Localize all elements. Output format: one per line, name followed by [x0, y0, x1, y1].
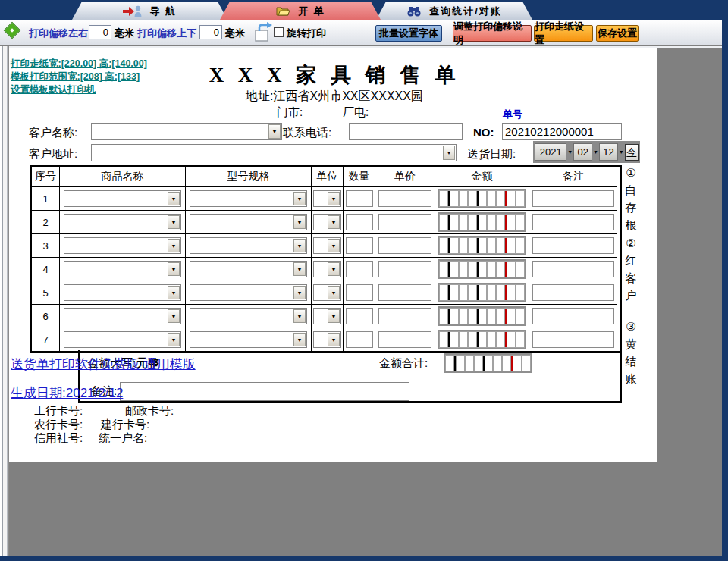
- customer-address-combo[interactable]: ▼: [91, 144, 457, 161]
- unit-combo[interactable]: ▼: [313, 284, 341, 301]
- chevron-down-icon[interactable]: ▼: [328, 309, 340, 323]
- generated-date-link[interactable]: 生成日期:2021/2/12: [11, 384, 123, 402]
- qty-input[interactable]: [346, 237, 373, 254]
- row-remark-input[interactable]: [532, 214, 614, 230]
- offset-lr-input[interactable]: [89, 25, 111, 39]
- price-input[interactable]: [378, 214, 431, 230]
- model-spec-combo[interactable]: ▼: [190, 284, 307, 301]
- price-input[interactable]: [378, 308, 431, 324]
- offset-ud-input[interactable]: [199, 25, 222, 39]
- chevron-down-icon[interactable]: ▼: [293, 286, 306, 299]
- model-spec-combo[interactable]: ▼: [190, 331, 307, 348]
- unit-combo[interactable]: ▼: [313, 237, 341, 254]
- unit-combo[interactable]: ▼: [313, 261, 341, 277]
- unit-combo[interactable]: ▼: [313, 214, 341, 230]
- unit-combo[interactable]: ▼: [313, 190, 341, 207]
- chevron-down-icon[interactable]: ▼: [293, 309, 306, 323]
- model-spec-combo[interactable]: ▼: [190, 261, 307, 277]
- unit-combo[interactable]: ▼: [313, 331, 341, 348]
- amount-grid[interactable]: [438, 259, 526, 279]
- price-input[interactable]: [378, 261, 431, 277]
- chevron-down-icon[interactable]: ▼: [293, 192, 306, 205]
- amount-grid[interactable]: [438, 189, 526, 208]
- qty-input[interactable]: [346, 284, 373, 301]
- paper-size-link[interactable]: 打印走纸宽:[220.00] 高:[140.00]: [11, 58, 147, 71]
- qty-input[interactable]: [346, 190, 373, 207]
- product-name-combo[interactable]: ▼: [64, 237, 181, 254]
- chevron-down-icon[interactable]: ▼: [328, 215, 340, 229]
- chevron-down-icon[interactable]: ▼: [168, 309, 180, 323]
- product-name-combo[interactable]: ▼: [64, 331, 181, 348]
- chevron-down-icon[interactable]: ▼: [328, 286, 340, 299]
- chevron-down-icon[interactable]: ▼: [328, 333, 340, 346]
- product-name-combo[interactable]: ▼: [64, 308, 181, 324]
- chevron-down-icon[interactable]: ▼: [566, 149, 573, 155]
- amount-grid[interactable]: [438, 330, 526, 349]
- tab-query-stats[interactable]: 查询统计/对账: [376, 2, 532, 20]
- row-remark-input[interactable]: [532, 308, 614, 324]
- order-no-input[interactable]: [502, 123, 622, 140]
- date-month-dropdown[interactable]: 02: [573, 143, 592, 161]
- customer-name-combo[interactable]: ▼: [91, 123, 282, 140]
- batch-font-button[interactable]: 批量设置字体: [375, 25, 442, 42]
- amount-grid[interactable]: [438, 306, 526, 326]
- phone-input[interactable]: [349, 123, 463, 140]
- chevron-down-icon[interactable]: ▼: [168, 239, 180, 252]
- chevron-down-icon[interactable]: ▼: [168, 333, 180, 346]
- tab-navigation[interactable]: 导 航: [72, 2, 228, 20]
- chevron-down-icon[interactable]: ▼: [293, 262, 306, 276]
- product-name-combo[interactable]: ▼: [64, 190, 181, 207]
- chevron-down-icon[interactable]: ▼: [328, 192, 340, 205]
- date-year-dropdown[interactable]: 2021: [535, 143, 566, 161]
- row-remark-input[interactable]: [532, 237, 614, 254]
- template-range-link[interactable]: 模板打印范围宽:[208] 高:[133]: [11, 71, 140, 83]
- chevron-down-icon[interactable]: ▼: [328, 239, 340, 252]
- product-name-combo[interactable]: ▼: [64, 214, 181, 230]
- qty-input[interactable]: [346, 308, 373, 324]
- today-button[interactable]: 今: [625, 144, 639, 161]
- chevron-down-icon[interactable]: ▼: [168, 192, 180, 205]
- row-remark-input[interactable]: [532, 331, 614, 348]
- unit-combo[interactable]: ▼: [313, 308, 341, 324]
- chevron-down-icon[interactable]: ▼: [618, 149, 625, 155]
- rotate-print-checkbox[interactable]: [274, 27, 284, 37]
- chevron-down-icon[interactable]: ▼: [443, 146, 455, 160]
- remark-input[interactable]: [120, 382, 410, 401]
- save-settings-button[interactable]: 保存设置: [596, 25, 639, 42]
- chevron-down-icon[interactable]: ▼: [293, 215, 306, 229]
- offset-help-button[interactable]: 调整打印偏移说明: [453, 25, 532, 42]
- amount-grid[interactable]: [438, 236, 526, 255]
- software-watermark-link[interactable]: 送货单打印软件免费版-通用模版: [11, 356, 196, 373]
- chevron-down-icon[interactable]: ▼: [168, 215, 180, 229]
- chevron-down-icon[interactable]: ▼: [592, 149, 599, 155]
- model-spec-combo[interactable]: ▼: [190, 308, 307, 324]
- price-input[interactable]: [378, 237, 431, 254]
- row-remark-input[interactable]: [532, 261, 614, 277]
- model-spec-combo[interactable]: ▼: [190, 190, 307, 207]
- chevron-down-icon[interactable]: ▼: [293, 239, 306, 252]
- qty-input[interactable]: [346, 261, 373, 277]
- qty-input[interactable]: [346, 331, 373, 348]
- chevron-down-icon[interactable]: ▼: [293, 333, 306, 346]
- price-input[interactable]: [378, 284, 431, 301]
- amount-grid[interactable]: [438, 212, 526, 232]
- qty-input[interactable]: [346, 214, 373, 230]
- tab-billing[interactable]: 开 单: [220, 2, 381, 20]
- amount-grid[interactable]: [438, 283, 526, 302]
- chevron-down-icon[interactable]: ▼: [328, 262, 340, 276]
- price-input[interactable]: [378, 331, 431, 348]
- default-printer-link[interactable]: 设置模板默认打印机: [11, 83, 96, 96]
- row-remark-input[interactable]: [532, 190, 614, 207]
- chevron-down-icon[interactable]: ▼: [268, 124, 281, 139]
- row-remark-input[interactable]: [532, 284, 614, 301]
- model-spec-combo[interactable]: ▼: [190, 214, 307, 230]
- product-name-combo[interactable]: ▼: [64, 261, 181, 277]
- total-amount-grid[interactable]: [444, 353, 532, 373]
- model-spec-combo[interactable]: ▼: [190, 237, 307, 254]
- product-name-combo[interactable]: ▼: [64, 284, 181, 301]
- price-input[interactable]: [378, 190, 431, 207]
- date-day-dropdown[interactable]: 12: [599, 143, 618, 161]
- paper-setup-button[interactable]: 打印走纸设置: [534, 25, 593, 42]
- chevron-down-icon[interactable]: ▼: [168, 286, 180, 299]
- chevron-down-icon[interactable]: ▼: [168, 262, 180, 276]
